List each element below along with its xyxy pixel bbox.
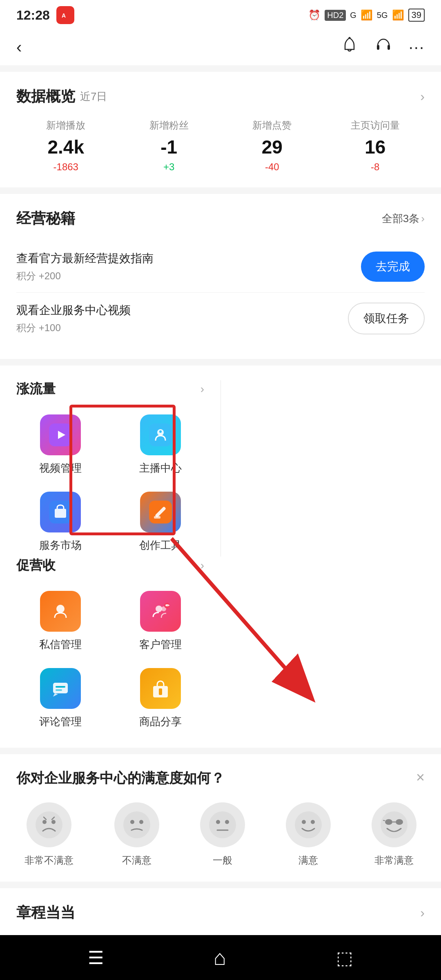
tips-title: 经营秘籍 — [16, 209, 75, 229]
signal-5g: 5G — [377, 11, 388, 20]
anchor-icon — [140, 414, 181, 455]
svg-point-35 — [225, 820, 229, 824]
video-icon — [40, 414, 81, 455]
data-overview-title: 数据概览 — [16, 87, 75, 107]
tips-card: 经营秘籍 全部3条 › 查看官方最新经营提效指南 积分 +200 去完成 观看企… — [0, 194, 441, 359]
dm-label: 私信管理 — [39, 637, 82, 652]
emoji-2 — [200, 802, 245, 847]
emoji-3 — [286, 802, 331, 847]
svg-rect-3 — [377, 45, 379, 50]
svg-rect-11 — [55, 509, 66, 518]
tip-complete-button[interactable]: 去完成 — [361, 252, 425, 282]
survey-card: × 你对企业服务中心的满意度如何？ 非常不满意 — [0, 754, 441, 882]
svg-rect-21 — [56, 686, 65, 688]
tip-points-0: 积分 +200 — [16, 270, 154, 283]
svg-rect-22 — [56, 689, 62, 691]
func-item-service[interactable]: 服务市场 — [12, 488, 108, 557]
grow-traffic-section: 涨流量 › — [0, 380, 220, 557]
stat-likes-label: 新增点赞 — [223, 119, 322, 132]
svg-rect-24 — [159, 688, 162, 695]
tip-claim-button[interactable]: 领取任务 — [348, 303, 425, 334]
section-divider — [220, 380, 221, 557]
svg-text:A: A — [62, 12, 66, 19]
grow-traffic-header: 涨流量 › — [12, 380, 208, 398]
grow-traffic-arrow[interactable]: › — [200, 383, 204, 396]
video-label: 视频管理 — [39, 461, 82, 475]
status-icons-group: ⏰ HD2 G 📶 5G 📶 39 — [308, 9, 425, 22]
data-overview-header: 数据概览 近7日 › — [16, 87, 425, 107]
product-label: 商品分享 — [139, 715, 182, 729]
svg-rect-4 — [388, 45, 390, 50]
svg-point-40 — [381, 811, 408, 838]
stat-visits-label: 主页访问量 — [326, 119, 425, 132]
data-overview-arrow[interactable]: › — [420, 89, 425, 104]
func-item-dm[interactable]: 私信管理 — [12, 587, 108, 656]
func-item-product[interactable]: 商品分享 — [112, 664, 208, 733]
back-button[interactable]: ‹ — [16, 38, 22, 56]
app-icon: A — [56, 6, 74, 24]
func-item-comment[interactable]: 评论管理 — [12, 664, 108, 733]
survey-option-1[interactable]: 不满意 — [114, 802, 159, 867]
service-label: 服务市场 — [39, 538, 82, 552]
svg-point-39 — [311, 820, 315, 824]
headset-icon[interactable] — [374, 36, 392, 58]
survey-close-button[interactable]: × — [416, 769, 425, 786]
tips-all-link[interactable]: 全部3条 › — [382, 212, 425, 226]
stat-plays-value: 2.4k — [16, 136, 116, 158]
svg-text:✏: ✏ — [165, 603, 170, 608]
stat-likes-change: -40 — [223, 161, 322, 173]
grow-revenue-items: 私信管理 ✏ — [12, 587, 208, 733]
bottom-preview-section[interactable]: 章程当当 › — [0, 888, 441, 938]
survey-option-4[interactable]: 非常满意 — [372, 802, 416, 867]
emoji-label-2: 一般 — [213, 854, 232, 867]
grow-revenue-arrow[interactable]: › — [200, 559, 204, 572]
tip-item-1: 观看企业服务中心视频 积分 +100 领取任务 — [16, 293, 425, 344]
bottom-preview-title: 章程当当 — [16, 903, 75, 923]
func-item-video[interactable]: 视频管理 — [12, 410, 108, 479]
dm-icon — [40, 591, 81, 632]
survey-option-0[interactable]: 非常不满意 — [24, 802, 74, 867]
status-bar: 12:28 A ⏰ HD2 G 📶 5G 📶 39 — [0, 0, 441, 29]
stat-fans: 新增粉丝 -1 +3 — [120, 119, 219, 173]
tip-text-1: 观看企业服务中心视频 — [16, 303, 131, 318]
svg-point-16 — [156, 606, 162, 612]
svg-point-34 — [216, 820, 220, 824]
svg-rect-14 — [154, 516, 160, 519]
stat-fans-label: 新增粉丝 — [120, 119, 219, 132]
svg-point-28 — [42, 820, 47, 824]
stat-plays-change: -1863 — [16, 161, 116, 173]
stat-visits-value: 16 — [326, 136, 425, 158]
survey-option-3[interactable]: 满意 — [286, 802, 331, 867]
svg-point-9 — [159, 430, 162, 433]
data-overview-card: 数据概览 近7日 › 新增播放 2.4k -1863 新增粉丝 -1 +3 新增… — [0, 72, 441, 187]
android-home-button[interactable]: ⌂ — [214, 945, 226, 970]
battery-icon: 39 — [408, 9, 425, 22]
emoji-0 — [27, 802, 71, 847]
svg-point-29 — [51, 820, 56, 824]
creative-icon — [140, 492, 181, 532]
android-back-button[interactable]: ⬚ — [336, 947, 353, 968]
function-area: 涨流量 › — [0, 365, 441, 748]
svg-point-37 — [295, 811, 322, 838]
android-nav-bar: ☰ ⌂ ⬚ — [0, 935, 441, 980]
func-item-anchor[interactable]: 主播中心 — [112, 410, 208, 479]
emoji-label-1: 不满意 — [122, 854, 151, 867]
more-button[interactable]: ··· — [409, 38, 425, 56]
svg-point-31 — [130, 820, 134, 824]
svg-point-15 — [56, 605, 65, 613]
signal-g: G — [350, 11, 356, 20]
emoji-label-4: 非常满意 — [374, 854, 414, 867]
service-icon — [40, 492, 81, 532]
func-item-creative[interactable]: 创作工具 — [112, 488, 208, 557]
notification-icon[interactable] — [341, 36, 358, 58]
svg-point-38 — [302, 820, 306, 824]
function-row: 涨流量 › — [0, 380, 441, 733]
emoji-label-0: 非常不满意 — [24, 854, 74, 867]
survey-option-2[interactable]: 一般 — [200, 802, 245, 867]
func-item-customer[interactable]: ✏ 客户管理 — [112, 587, 208, 656]
android-menu-button[interactable]: ☰ — [88, 947, 104, 968]
anchor-label: 主播中心 — [139, 461, 182, 475]
svg-point-42 — [396, 819, 403, 825]
svg-point-33 — [209, 811, 236, 838]
creative-label: 创作工具 — [139, 538, 182, 552]
